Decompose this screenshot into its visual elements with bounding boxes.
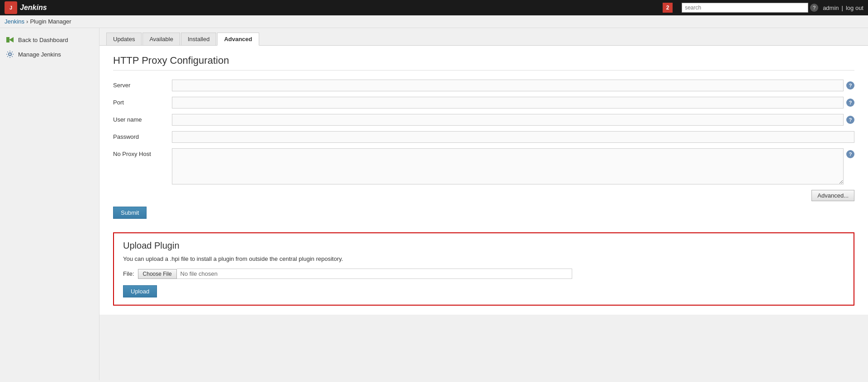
upload-plugin-title: Upload Plugin (123, 241, 844, 251)
port-input-area: ? (172, 97, 854, 108)
password-label: Password (113, 131, 172, 140)
upload-button[interactable]: Upload (123, 285, 157, 297)
breadcrumb-home[interactable]: Jenkins (5, 18, 24, 25)
username-input-area: ? (172, 114, 854, 126)
port-help-icon[interactable]: ? (846, 99, 854, 107)
no-proxy-input-area: ? (172, 148, 854, 184)
password-row: Password (113, 131, 854, 143)
notification-badge[interactable]: 2 (663, 3, 673, 13)
gear-icon (5, 50, 14, 59)
help-icon[interactable]: ? (810, 4, 818, 12)
file-chosen-text: No file chosen (177, 269, 572, 279)
port-input[interactable] (172, 97, 844, 108)
main-content: HTTP Proxy Configuration Server ? Port ? (100, 46, 868, 315)
sidebar-item-back-to-dashboard[interactable]: Back to Dashboard (0, 33, 99, 47)
jenkins-logo: J (5, 1, 17, 14)
password-input[interactable] (172, 131, 854, 143)
server-help-icon[interactable]: ? (846, 81, 854, 90)
advanced-button[interactable]: Advanced... (811, 190, 854, 201)
username-label: User name (113, 114, 172, 123)
svg-point-4 (9, 53, 11, 56)
sidebar-item-manage-jenkins[interactable]: Manage Jenkins (0, 47, 99, 61)
server-label: Server (113, 80, 172, 89)
no-proxy-textarea[interactable] (172, 148, 844, 184)
sidebar: Back to Dashboard Manage Jenkins (0, 28, 100, 380)
user-area: admin | log out (823, 5, 863, 11)
server-row: Server ? (113, 80, 854, 91)
content-area: Updates Available Installed Advanced HTT… (100, 28, 868, 380)
tab-advanced[interactable]: Advanced (217, 33, 259, 46)
tab-available[interactable]: Available (142, 33, 180, 45)
no-proxy-row: No Proxy Host ? (113, 148, 854, 184)
main-layout: Back to Dashboard Manage Jenkins Updates… (0, 28, 868, 380)
file-input-container: Choose File No file chosen (138, 269, 572, 279)
top-navbar: J Jenkins 2 ? admin | log out (0, 0, 868, 15)
submit-row: Submit (113, 207, 854, 228)
username-help-icon[interactable]: ? (846, 116, 854, 124)
breadcrumb: Jenkins › Plugin Manager (0, 15, 868, 28)
password-input-area (172, 131, 854, 143)
svg-text:J: J (9, 5, 12, 10)
port-label: Port (113, 97, 172, 106)
no-proxy-help-icon[interactable]: ? (846, 150, 854, 158)
back-icon (5, 35, 14, 44)
username-input[interactable] (172, 114, 844, 126)
svg-marker-2 (9, 37, 14, 42)
logo-area: J Jenkins (5, 1, 663, 14)
admin-link[interactable]: admin (823, 5, 839, 11)
advanced-btn-row: Advanced... (113, 190, 854, 201)
choose-file-button[interactable]: Choose File (138, 269, 177, 279)
file-label: File: (123, 270, 134, 277)
proxy-config-title: HTTP Proxy Configuration (113, 55, 854, 71)
breadcrumb-separator: › (26, 18, 28, 25)
port-row: Port ? (113, 97, 854, 108)
app-title: Jenkins (20, 4, 47, 12)
manage-jenkins-label: Manage Jenkins (18, 51, 61, 58)
server-input-area: ? (172, 80, 854, 91)
separator: | (842, 5, 843, 11)
username-row: User name ? (113, 114, 854, 126)
tabs: Updates Available Installed Advanced (100, 28, 868, 46)
submit-button[interactable]: Submit (113, 207, 147, 219)
search-input[interactable] (682, 3, 808, 13)
search-area: ? (682, 3, 818, 13)
breadcrumb-current: Plugin Manager (30, 18, 71, 25)
back-to-dashboard-label: Back to Dashboard (18, 37, 68, 43)
upload-plugin-section: Upload Plugin You can upload a .hpi file… (113, 232, 854, 306)
tab-updates[interactable]: Updates (106, 33, 142, 45)
upload-plugin-description: You can upload a .hpi file to install a … (123, 255, 844, 262)
file-row: File: Choose File No file chosen (123, 269, 844, 279)
svg-rect-3 (6, 37, 9, 42)
no-proxy-label: No Proxy Host (113, 148, 172, 157)
tab-installed[interactable]: Installed (181, 33, 216, 45)
server-input[interactable] (172, 80, 844, 91)
logout-link[interactable]: log out (846, 5, 863, 11)
